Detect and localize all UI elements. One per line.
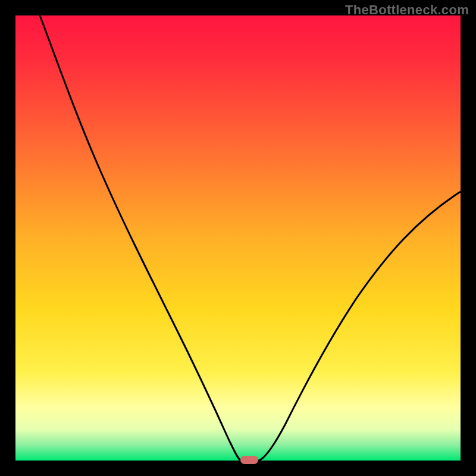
bottleneck-chart	[0, 0, 476, 476]
watermark-label: TheBottleneck.com	[345, 2, 469, 18]
chart-frame: TheBottleneck.com	[0, 0, 476, 476]
minimum-marker	[240, 456, 258, 464]
chart-plot-area	[15, 15, 461, 461]
